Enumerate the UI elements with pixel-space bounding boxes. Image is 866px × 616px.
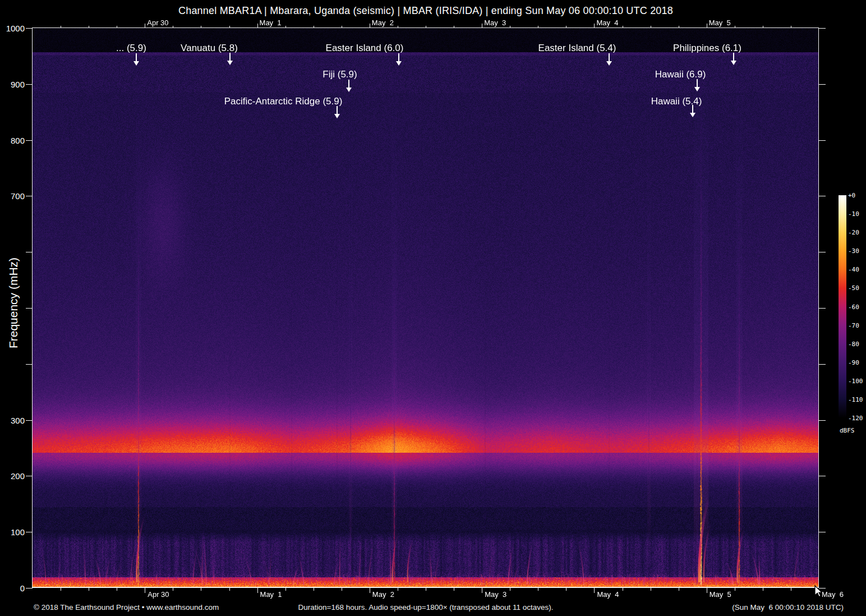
colorbar-title: dBFS: [840, 427, 855, 434]
x-tick-bottom: [145, 588, 145, 593]
page-title: Channel MBAR1A | Mbarara, Uganda (seismi…: [33, 5, 819, 17]
x-tick-bottom: [763, 588, 763, 591]
x-tick-label-bottom: May 2: [372, 590, 394, 599]
event-annotation-label: Vanuatu (5.8): [181, 43, 238, 54]
colorbar-tick-label: -110: [848, 396, 863, 403]
x-tick-bottom: [594, 588, 595, 593]
colorbar-tick-label: -120: [848, 415, 863, 422]
event-annotation-arrow: [398, 53, 399, 62]
x-tick-bottom: [651, 588, 651, 591]
y-tick-right: [819, 28, 826, 29]
y-tick-label: 700: [0, 191, 25, 201]
mouse-cursor-icon: [814, 585, 823, 597]
x-tick-top: [229, 26, 230, 28]
x-tick-top: [201, 26, 201, 28]
x-tick-label-bottom: May 1: [260, 590, 282, 599]
event-annotation-arrowhead: [690, 113, 695, 117]
x-tick-top: [398, 26, 398, 28]
event-annotation-arrow: [609, 53, 610, 62]
y-tick-right: [819, 308, 826, 309]
x-tick-top: [538, 26, 538, 28]
event-annotation-arrow: [229, 53, 231, 61]
colorbar-tick-label: -60: [848, 303, 859, 310]
x-tick-top: [566, 26, 566, 28]
event-annotation-label: ... (5.9): [116, 43, 146, 54]
event-annotation-arrow: [692, 105, 693, 113]
x-tick-top: [285, 26, 286, 28]
y-tick-label: 100: [0, 527, 25, 537]
x-tick-top: [510, 26, 510, 28]
y-tick-right: [819, 140, 826, 141]
x-tick-label-top: Apr 30: [147, 19, 168, 27]
x-tick-bottom: [482, 588, 482, 593]
x-tick-bottom: [342, 588, 342, 591]
y-tick-label: 900: [0, 79, 25, 89]
x-tick-bottom: [791, 588, 791, 591]
event-annotation-arrowhead: [346, 88, 352, 92]
footer-timestamp: (Sun May 6 00:00:10 2018 UTC): [732, 603, 844, 612]
x-tick-top: [482, 24, 482, 28]
colorbar-tick-label: -20: [848, 229, 859, 236]
y-tick-label: 200: [0, 471, 25, 481]
x-tick-top: [117, 26, 117, 28]
event-annotation-arrowhead: [694, 87, 700, 91]
x-tick-top: [651, 26, 651, 28]
y-tick-right: [819, 196, 826, 196]
x-tick-top: [707, 24, 707, 28]
y-tick-right: [819, 252, 826, 252]
x-tick-top: [594, 24, 595, 28]
y-tick-left: [26, 84, 33, 85]
x-tick-bottom: [370, 588, 370, 593]
x-tick-top: [791, 26, 791, 28]
x-tick-label-bottom: May 4: [597, 590, 619, 599]
x-tick-bottom: [314, 588, 314, 591]
event-annotation-arrowhead: [606, 61, 612, 66]
colorbar-tick-label: -30: [848, 247, 859, 255]
x-tick-bottom: [61, 588, 61, 591]
colorbar-tick-label: -10: [848, 210, 859, 218]
y-axis-title: Frequency (mHz): [7, 258, 20, 348]
event-annotation-label: Easter Island (5.4): [538, 43, 616, 54]
x-tick-top: [61, 26, 61, 28]
x-tick-top: [426, 26, 426, 28]
x-tick-label-top: May 3: [484, 19, 506, 27]
event-annotation-arrow: [136, 53, 137, 62]
event-annotation-label: Easter Island (6.0): [326, 43, 404, 54]
event-annotation-label: Hawaii (5.4): [651, 96, 702, 107]
colorbar-tick-label: +0: [848, 192, 855, 199]
colorbar: [839, 195, 846, 418]
x-tick-bottom: [623, 588, 623, 591]
x-tick-top: [679, 26, 679, 28]
y-tick-right: [819, 476, 826, 476]
colorbar-tick-label: -80: [848, 340, 859, 347]
event-annotation-arrowhead: [133, 61, 139, 66]
event-annotation-arrowhead: [396, 61, 402, 66]
colorbar-tick-label: -50: [848, 284, 859, 292]
event-annotation-arrow: [337, 106, 338, 114]
event-annotation-arrow: [348, 80, 349, 88]
x-tick-top: [735, 26, 735, 28]
x-tick-top: [370, 24, 370, 28]
y-tick-right: [819, 364, 826, 365]
event-annotation-label: Hawaii (6.9): [655, 69, 706, 80]
y-tick-left: [26, 140, 33, 141]
y-tick-left: [26, 588, 33, 589]
x-tick-bottom: [735, 588, 735, 591]
x-tick-label-top: May 2: [372, 19, 394, 27]
event-annotation-arrow: [697, 79, 698, 88]
y-tick-right: [819, 532, 826, 532]
y-tick-left: [26, 476, 33, 476]
y-tick-label: 800: [0, 135, 25, 145]
event-annotation-arrowhead: [334, 114, 340, 118]
x-tick-bottom: [257, 588, 258, 593]
event-annotation-label: Philippines (6.1): [673, 43, 741, 54]
x-tick-top: [342, 26, 342, 28]
x-tick-top: [173, 26, 173, 28]
y-tick-right: [819, 84, 826, 85]
x-tick-top: [763, 26, 763, 28]
x-tick-bottom: [398, 588, 398, 591]
x-tick-bottom: [538, 588, 538, 591]
y-tick-right: [819, 420, 826, 421]
x-tick-bottom: [229, 588, 230, 591]
y-tick-left: [26, 364, 33, 365]
